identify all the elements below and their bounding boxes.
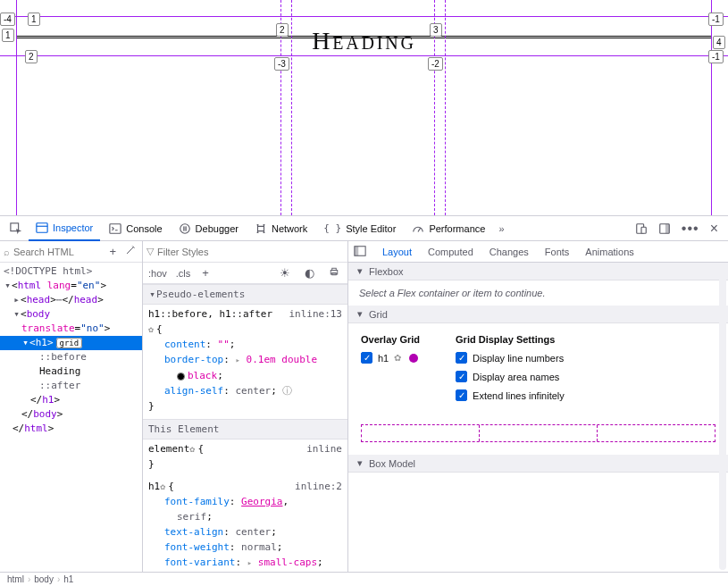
sidebar-toggle-icon[interactable] [354,245,366,259]
pseudo-rule[interactable]: h1::before, h1::afterinline:13 ✿{ conten… [143,305,347,419]
this-element-header[interactable]: This Element [143,419,347,440]
decl-font-weight[interactable]: font-weight: normal; [148,540,342,555]
h1-source[interactable]: inline:2 [295,479,342,494]
doctype-node[interactable]: <!DOCTYPE html> [0,264,142,279]
eyedropper-icon[interactable] [122,245,138,258]
decl-letter-spacing[interactable]: letter-spacing: 0.1em; [148,571,342,572]
scrollbar[interactable] [719,264,726,570]
tabs-overflow[interactable]: » [494,218,508,239]
h1-close[interactable]: </h1> [0,393,142,407]
grid-section: Overlay Grid h1 ✿ Grid Display Settings … [348,323,728,455]
selector-options-icon[interactable]: ✿ [148,324,154,334]
search-icon: ⌕ [4,247,10,257]
rules-list[interactable]: ▾Pseudo-elements h1::before, h1::afterin… [143,284,347,572]
grid-header[interactable]: ▾Grid [348,306,728,323]
decl-font-family-2[interactable]: serif; [148,509,342,524]
tab-animations[interactable]: Animations [585,247,633,257]
decl-border-top[interactable]: border-top: ▸ 0.1em double [148,352,342,368]
light-scheme-icon[interactable]: ☀ [277,266,293,280]
checkbox-icon[interactable] [456,389,467,401]
grid-color-swatch[interactable] [409,354,418,363]
row-label-2: 2 [25,50,38,63]
grid-settings-icon[interactable]: ✿ [394,353,401,363]
neg-col-label-1: -1 [708,13,724,26]
element-rule[interactable]: element ✿ {inline } [143,440,347,477]
tab-console[interactable]: Console [102,216,169,241]
head-node[interactable]: ▸<head>⋯</head> [0,293,142,307]
close-icon[interactable]: × [706,218,723,239]
decl-text-align[interactable]: text-align: center; [148,524,342,540]
h1-node[interactable]: ▾<h1>grid [0,336,142,350]
after-pseudo[interactable]: ::after [0,379,142,393]
breadcrumb-h1[interactable]: h1 [63,574,73,584]
decl-border-color[interactable]: black; [148,368,342,383]
tab-performance[interactable]: Performance [405,216,492,241]
search-html-input[interactable] [13,247,103,257]
svg-rect-1 [37,222,47,232]
html-node[interactable]: ▾<html lang="en"> [0,279,142,293]
pick-element-icon[interactable] [5,218,27,239]
opt-line-numbers[interactable]: Display line numbers [456,352,565,364]
neg-col-label-3: -3 [274,57,289,71]
tab-network[interactable]: Network [247,216,314,241]
tab-inspector[interactable]: Inspector [29,216,100,241]
tab-computed[interactable]: Computed [428,247,473,257]
checkbox-icon[interactable] [361,352,372,364]
tab-network-label: Network [272,223,307,234]
grid-overlay-h1[interactable]: h1 ✿ [361,352,420,364]
decl-font-variant[interactable]: font-variant: ▸ small-caps; [148,555,342,571]
pseudo-selector[interactable]: h1::before, h1::after [148,306,272,322]
tab-layout[interactable]: Layout [382,247,412,257]
add-node-icon[interactable]: + [106,245,119,258]
element-selector[interactable]: element [148,441,189,456]
mini-grid-preview[interactable] [361,424,715,442]
hov-toggle[interactable]: :hov [148,268,167,279]
tab-changes[interactable]: Changes [490,247,529,257]
tab-fonts[interactable]: Fonts [545,247,570,257]
filter-styles-input[interactable] [157,247,344,257]
dom-tree[interactable]: <!DOCTYPE html> ▾<html lang="en"> ▸<head… [0,263,142,572]
svg-rect-11 [665,223,669,233]
element-source[interactable]: inline [306,441,342,456]
add-rule-icon[interactable]: + [199,266,212,280]
print-media-icon[interactable] [326,266,342,280]
breadcrumb: html › body › h1 [0,572,728,586]
styles-search-bar: ▽ [143,241,347,263]
flexbox-header[interactable]: ▾Flexbox [348,263,728,280]
opt-area-names[interactable]: Display area names [456,371,565,382]
checkbox-icon[interactable] [456,352,467,364]
tab-debugger[interactable]: Debugger [172,216,246,241]
grid-settings-title: Grid Display Settings [456,334,565,345]
breadcrumb-html[interactable]: html [7,574,24,584]
dock-icon[interactable] [654,218,675,239]
grid-col-2b [291,0,292,215]
opt-extend-lines[interactable]: Extend lines infinitely [456,389,565,401]
decl-content[interactable]: content: ""; [148,337,342,352]
body-close[interactable]: </body> [0,407,142,422]
decl-align-self[interactable]: align-self: center; ⓘ [148,383,342,398]
h1-text-node[interactable]: Heading [0,364,142,379]
body-attr-row[interactable]: translate="no"> [0,322,142,336]
tab-style-editor[interactable]: { }Style Editor [316,216,403,241]
cls-toggle[interactable]: .cls [176,268,191,279]
breadcrumb-body[interactable]: body [34,574,54,584]
pseudo-source[interactable]: inline:13 [289,306,342,322]
decl-font-family[interactable]: font-family: Georgia, [148,494,342,509]
selector-options-icon[interactable]: ✿ [189,441,195,456]
checkbox-icon[interactable] [456,371,467,382]
selector-options-icon[interactable]: ✿ [160,479,165,494]
h1-selector[interactable]: h1 [148,479,160,494]
body-node[interactable]: ▾<body [0,307,142,322]
flexbox-empty-msg: Select a Flex container or item to conti… [348,280,728,306]
html-close[interactable]: </html> [0,422,142,436]
h1-rule[interactable]: h1 ✿ {inline:2 font-family: Georgia, ser… [143,477,347,572]
responsive-mode-icon[interactable] [631,218,652,239]
dark-scheme-icon[interactable]: ◐ [302,266,317,280]
pseudo-section-header[interactable]: ▾Pseudo-elements [143,284,347,305]
color-swatch[interactable] [177,373,185,381]
before-pseudo[interactable]: ::before [0,350,142,364]
network-icon [255,222,267,235]
info-icon[interactable]: ⓘ [282,385,292,397]
box-model-header[interactable]: ▾Box Model [348,455,728,473]
more-icon[interactable]: ••• [677,218,704,239]
